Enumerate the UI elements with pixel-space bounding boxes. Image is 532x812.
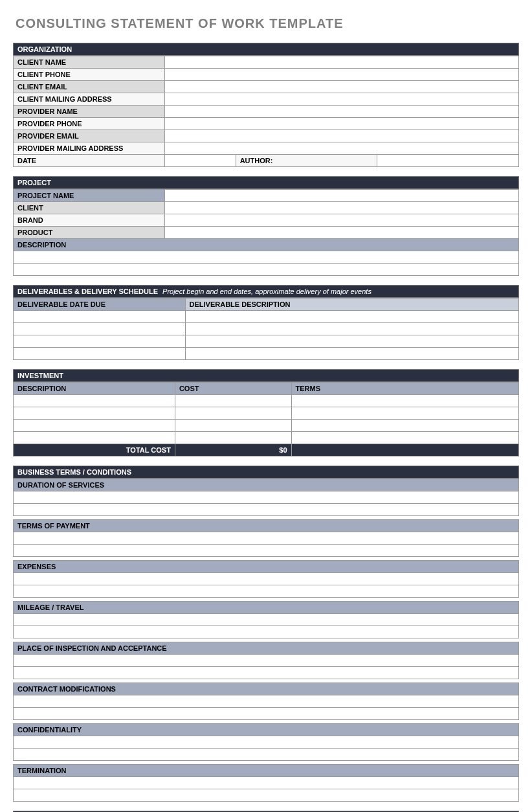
terms-item-line <box>14 655 519 667</box>
terms-item-value[interactable] <box>14 532 519 545</box>
inv-terms-4[interactable] <box>291 432 518 444</box>
project-row: BRAND <box>14 214 519 227</box>
project-value[interactable] <box>165 227 519 239</box>
terms-item-value[interactable] <box>14 789 519 802</box>
investment-section: INVESTMENT DESCRIPTION COST TERMS TOTAL … <box>13 369 519 457</box>
deliv-date-2[interactable] <box>14 323 186 335</box>
org-label: CLIENT EMAIL <box>14 81 165 93</box>
terms-item-value[interactable] <box>14 573 519 585</box>
inv-cost-3[interactable] <box>175 420 291 432</box>
inv-cost-2[interactable] <box>175 407 291 420</box>
project-row: PRODUCT <box>14 227 519 239</box>
terms-item-line <box>14 614 519 626</box>
org-value[interactable] <box>165 106 519 118</box>
terms-item-label: TERMINATION <box>14 765 519 777</box>
terms-item-value[interactable] <box>14 736 519 749</box>
project-value[interactable] <box>165 190 519 202</box>
terms-item-value[interactable] <box>14 655 519 667</box>
terms-item-line <box>14 708 519 720</box>
project-label: BRAND <box>14 214 165 227</box>
org-row: PROVIDER MAILING ADDRESS <box>14 142 519 155</box>
org-value[interactable] <box>165 69 519 81</box>
inv-desc-2[interactable] <box>14 407 175 420</box>
org-label: CLIENT PHONE <box>14 69 165 81</box>
investment-table: DESCRIPTION COST TERMS TOTAL COST $0 <box>13 382 519 457</box>
org-label: PROVIDER PHONE <box>14 118 165 130</box>
terms-item-label: CONFIDENTIALITY <box>14 724 519 736</box>
terms-item-header: CONFIDENTIALITY <box>14 724 519 736</box>
deliv-date-3[interactable] <box>14 335 186 348</box>
terms-item-header: TERMINATION <box>14 765 519 777</box>
terms-item-value[interactable] <box>14 749 519 761</box>
terms-item-value[interactable] <box>14 585 519 598</box>
terms-item-line <box>14 545 519 557</box>
inv-terms-1[interactable] <box>291 395 518 407</box>
deliverables-header: DELIVERABLES & DELIVERY SCHEDULE Project… <box>13 285 519 298</box>
org-label: PROVIDER NAME <box>14 106 165 118</box>
deliv-desc-2[interactable] <box>185 323 518 335</box>
org-value[interactable] <box>165 56 519 69</box>
inv-col-terms: TERMS <box>291 383 518 395</box>
project-value[interactable] <box>165 214 519 227</box>
deliv-desc-4[interactable] <box>185 348 518 360</box>
project-label: CLIENT <box>14 202 165 214</box>
total-cost-label: TOTAL COST <box>14 444 175 457</box>
deliverables-table: DELIVERABLE DATE DUE DELIVERABLE DESCRIP… <box>13 298 519 360</box>
author-label: AUTHOR: <box>236 155 377 167</box>
terms-item-value[interactable] <box>14 695 519 708</box>
project-value[interactable] <box>165 202 519 214</box>
inv-cost-4[interactable] <box>175 432 291 444</box>
terms-item-value[interactable] <box>14 777 519 789</box>
inv-col-cost: COST <box>175 383 291 395</box>
org-label: CLIENT MAILING ADDRESS <box>14 93 165 106</box>
terms-header: BUSINESS TERMS / CONDITIONS <box>13 466 519 479</box>
terms-item-line <box>14 573 519 585</box>
date-value[interactable] <box>165 155 236 167</box>
org-value[interactable] <box>165 81 519 93</box>
terms-item-value[interactable] <box>14 667 519 679</box>
terms-item-value[interactable] <box>14 504 519 516</box>
org-date-row: DATE AUTHOR: <box>14 155 519 167</box>
terms-section: BUSINESS TERMS / CONDITIONS DURATION OF … <box>13 466 519 802</box>
terms-item-header: TERMS OF PAYMENT <box>14 520 519 532</box>
terms-item-line <box>14 504 519 516</box>
terms-item-header: CONTRACT MODIFICATIONS <box>14 683 519 695</box>
org-value[interactable] <box>165 142 519 155</box>
project-description-line2[interactable] <box>14 264 519 276</box>
terms-item-label: CONTRACT MODIFICATIONS <box>14 683 519 695</box>
deliverables-subtitle: Project begin and end dates, approximate… <box>162 288 371 295</box>
inv-terms-3[interactable] <box>291 420 518 432</box>
project-description-line1[interactable] <box>14 251 519 264</box>
deliv-desc-3[interactable] <box>185 335 518 348</box>
inv-cost-1[interactable] <box>175 395 291 407</box>
terms-item-line <box>14 695 519 708</box>
terms-item-label: DURATION OF SERVICES <box>14 479 519 491</box>
inv-desc-3[interactable] <box>14 420 175 432</box>
inv-col-desc: DESCRIPTION <box>14 383 175 395</box>
project-table: PROJECT NAME CLIENT BRAND PRODUCT DESCRI… <box>13 189 519 276</box>
deliv-date-1[interactable] <box>14 311 186 323</box>
terms-item-line <box>14 491 519 504</box>
author-value[interactable] <box>377 155 519 167</box>
organization-table: CLIENT NAME CLIENT PHONE CLIENT EMAIL CL… <box>13 56 519 167</box>
org-value[interactable] <box>165 130 519 142</box>
date-label: DATE <box>14 155 165 167</box>
deliv-desc-1[interactable] <box>185 311 518 323</box>
terms-item-value[interactable] <box>14 614 519 626</box>
page-title: CONSULTING STATEMENT OF WORK TEMPLATE <box>16 16 519 31</box>
inv-desc-4[interactable] <box>14 432 175 444</box>
terms-item-value[interactable] <box>14 545 519 557</box>
org-value[interactable] <box>165 93 519 106</box>
terms-item-label: MILEAGE / TRAVEL <box>14 602 519 614</box>
project-section: PROJECT PROJECT NAME CLIENT BRAND PRODUC… <box>13 176 519 276</box>
inv-desc-1[interactable] <box>14 395 175 407</box>
deliv-date-4[interactable] <box>14 348 186 360</box>
inv-terms-2[interactable] <box>291 407 518 420</box>
org-value[interactable] <box>165 118 519 130</box>
terms-item-value[interactable] <box>14 491 519 504</box>
terms-item-line <box>14 789 519 802</box>
deliverables-section: DELIVERABLES & DELIVERY SCHEDULE Project… <box>13 285 519 360</box>
terms-item-value[interactable] <box>14 626 519 638</box>
organization-header: ORGANIZATION <box>13 43 519 56</box>
terms-item-value[interactable] <box>14 708 519 720</box>
